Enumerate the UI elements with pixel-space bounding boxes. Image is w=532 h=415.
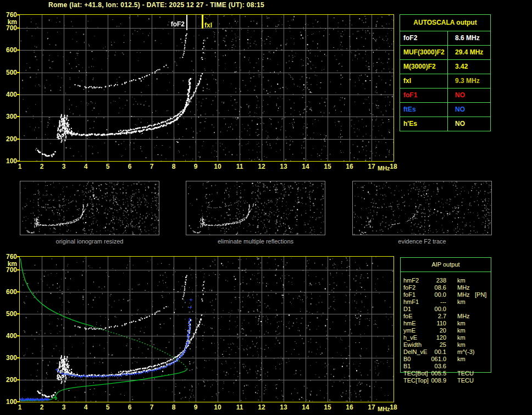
y-axis-tick (17, 72, 19, 73)
table-row: MUF(3000)F229.4 MHz (400, 46, 490, 60)
table-row: h_vE120km (400, 334, 499, 341)
autoscala-app-window: Rome (lat: +41.8, lon: 012.5) - DATE: 20… (0, 0, 532, 415)
param-unit: MHz (457, 291, 470, 298)
y-tick-label: 500 (1, 69, 17, 76)
param-unit: km (457, 320, 465, 327)
y-axis-tick (17, 116, 19, 117)
x-tick-label: 12 (256, 163, 267, 170)
x-tick-label: 4 (80, 163, 91, 170)
param-unit: MHz (457, 313, 470, 320)
param-unit: MHz (457, 284, 470, 291)
param-label: ftEs (403, 103, 416, 117)
x-tick-label: 2 (36, 403, 47, 411)
x-tick-label: 8 (168, 403, 179, 411)
param-value: 9.3 MHz (455, 74, 480, 88)
param-value: 238 (422, 277, 446, 284)
x-tick-label: 14 (300, 163, 311, 170)
x-tick-label: 5 (102, 163, 113, 170)
table-row: foF1NO (400, 88, 490, 103)
thumbnail-caption: original ionogram resized (20, 238, 159, 245)
param-value: 008.9 (422, 377, 446, 384)
x-tick-label: 9 (190, 163, 201, 170)
table-row: D100.0 (400, 306, 499, 313)
param-label: M(3000)F2 (403, 60, 436, 74)
x-tick-label: 5 (102, 403, 113, 411)
param-value: 005.5 (422, 370, 446, 377)
y-axis-tick (17, 27, 19, 29)
y-tick-label: 500 (1, 310, 17, 318)
param-label: fxI (403, 74, 411, 88)
x-tick-label: 8 (168, 163, 179, 170)
y-axis-tick (17, 379, 19, 380)
thumbnail-original-ionogram (20, 181, 159, 235)
param-label: foF1 (403, 88, 417, 102)
y-tick-label: 600 (1, 46, 17, 54)
y-axis-tick (17, 313, 19, 314)
table-row: B0061.0km (400, 356, 499, 363)
param-label: hmF2 (403, 277, 419, 284)
param-label: foF1 (403, 291, 415, 298)
y-axis-tick (17, 291, 19, 292)
x-tick-label: 11 (234, 403, 245, 411)
y-tick-label: 100 (1, 398, 17, 406)
bottom-ionogram-panel (19, 256, 394, 402)
autoscala-table-header: AUTOSCALA output (400, 15, 490, 31)
y-axis-tick (17, 357, 19, 358)
y-axis-tick (17, 269, 19, 270)
x-tick-label: 17 (366, 403, 377, 411)
param-unit: m^(-3) (457, 348, 474, 356)
thumbnail-evidence-canvas (353, 181, 491, 235)
table-row: foF100.0MHz[PN] (400, 291, 499, 298)
param-value: 00.1 (422, 348, 446, 356)
param-label: B1 (403, 363, 411, 370)
param-label: foF2 (403, 31, 417, 45)
table-row: fxI9.3 MHz (400, 74, 490, 88)
table-row: ymE20km (400, 327, 499, 334)
table-row: h'EsNO (400, 117, 490, 131)
table-row: M(3000)F23.42 (400, 60, 490, 74)
y-tick-label: 760 (1, 253, 17, 261)
table-row: foF28.6 MHz (400, 31, 490, 46)
table-row: ftEsNO (400, 103, 490, 117)
x-tick-label: 3 (58, 403, 69, 411)
param-label: h_vE (403, 334, 417, 341)
thumbnail-eliminate-canvas (186, 181, 325, 235)
param-label: B0 (403, 356, 411, 363)
param-value: NO (455, 103, 465, 117)
top-ionogram-panel (19, 14, 394, 162)
y-tick-label: 200 (1, 376, 17, 384)
param-value: 120 (422, 334, 446, 341)
param-value: NO (455, 117, 465, 131)
param-unit: km (457, 341, 465, 348)
param-value: NO (455, 88, 465, 102)
param-value: 25 (422, 341, 446, 348)
param-value: 08.6 (422, 284, 446, 291)
thumbnail-caption: evidence F2 trace (352, 238, 492, 245)
param-unit: km (457, 356, 465, 363)
y-axis-tick (17, 49, 19, 51)
x-tick-label: 9 (190, 403, 201, 411)
x-tick-label: 4 (80, 403, 91, 411)
thumbnail-evidence-f2 (352, 181, 492, 235)
y-axis-tick (17, 161, 19, 162)
table-row: hmE110km (400, 320, 499, 327)
param-value: --- (422, 298, 446, 306)
x-tick-label: 14 (300, 403, 311, 411)
param-value: 110 (422, 320, 446, 327)
table-row: foE2.7MHz (400, 313, 499, 320)
table-row: TEC[Top]008.9TECU (400, 377, 499, 384)
x-tick-label: 3 (58, 163, 69, 170)
y-tick-label: 200 (1, 135, 17, 143)
param-label: h'Es (403, 117, 417, 131)
aip-table-header: AIP output (401, 258, 491, 272)
x-tick-label: 12 (256, 403, 267, 411)
param-value: 2.7 (422, 313, 446, 320)
autoscala-output-table: AUTOSCALA output foF28.6 MHz MUF(3000)F2… (400, 14, 491, 131)
param-unit: TECU (457, 370, 474, 377)
param-unit: km (457, 327, 465, 334)
x-tick-label: 10 (212, 403, 223, 411)
table-row: TEC[Bot]005.5TECU (400, 370, 499, 377)
param-value: 8.6 MHz (455, 31, 480, 45)
param-label: foE (403, 313, 413, 320)
table-row: hmF1---km (400, 298, 499, 306)
